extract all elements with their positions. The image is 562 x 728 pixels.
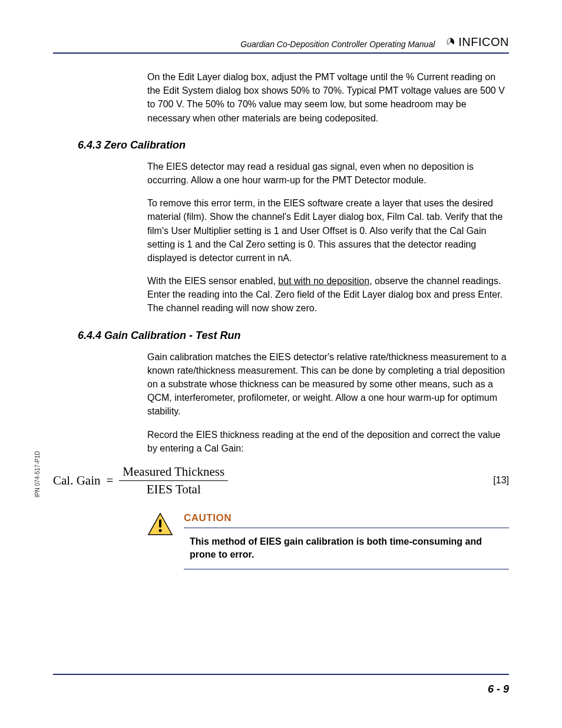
equation-number: [13] — [493, 475, 509, 486]
section-heading-643: 6.4.3 Zero Calibration — [78, 139, 509, 151]
equation-row: Cal. Gain = Measured Thickness EIES Tota… — [53, 465, 509, 497]
section-643-p1: The EIES detector may read a residual ga… — [147, 160, 509, 187]
caution-rule-bottom — [184, 569, 509, 569]
eq-lhs: Cal. Gain — [53, 473, 100, 488]
caution-title: CAUTION — [184, 512, 509, 524]
caution-text: This method of EIES gain calibration is … — [184, 532, 509, 565]
caution-icon — [147, 512, 173, 538]
caution-rule-top — [184, 528, 509, 528]
section-644-p2: Record the EIES thickness reading at the… — [147, 428, 509, 455]
equation: Cal. Gain = Measured Thickness EIES Tota… — [53, 465, 228, 497]
svg-point-2 — [159, 529, 162, 532]
eq-denominator: EIES Total — [143, 481, 204, 497]
caution-content: CAUTION This method of EIES gain calibra… — [184, 512, 509, 573]
page-number: 6 - 9 — [488, 683, 509, 696]
manual-title: Guardian Co-Deposition Controller Operat… — [240, 39, 435, 49]
section-643-p2: To remove this error term, in the EIES s… — [147, 196, 509, 265]
side-ipn-label: IPN 074-517-P1D — [34, 451, 41, 498]
p3-lead: With the EIES sensor enabled, — [147, 276, 278, 286]
brand-logo: INFICON — [445, 35, 509, 49]
eq-equals: = — [106, 473, 113, 488]
logo-mark-icon — [445, 37, 456, 48]
intro-paragraph: On the Edit Layer dialog box, adjust the… — [147, 70, 509, 125]
section-643-p3: With the EIES sensor enabled, but with n… — [147, 274, 509, 315]
caution-block: CAUTION This method of EIES gain calibra… — [147, 512, 509, 573]
header-row: Guardian Co-Deposition Controller Operat… — [53, 35, 509, 49]
footer-rule — [53, 674, 509, 675]
eq-numerator: Measured Thickness — [119, 465, 228, 480]
section-644-p1: Gain calibration matches the EIES detect… — [147, 350, 509, 419]
p3-underlined: but with no deposition — [278, 276, 369, 286]
svg-rect-1 — [159, 519, 161, 528]
page: Guardian Co-Deposition Controller Operat… — [0, 0, 562, 728]
logo-text: INFICON — [458, 35, 509, 49]
header-rule — [53, 52, 509, 54]
section-heading-644: 6.4.4 Gain Calibration - Test Run — [78, 330, 509, 342]
eq-fraction: Measured Thickness EIES Total — [119, 465, 228, 497]
